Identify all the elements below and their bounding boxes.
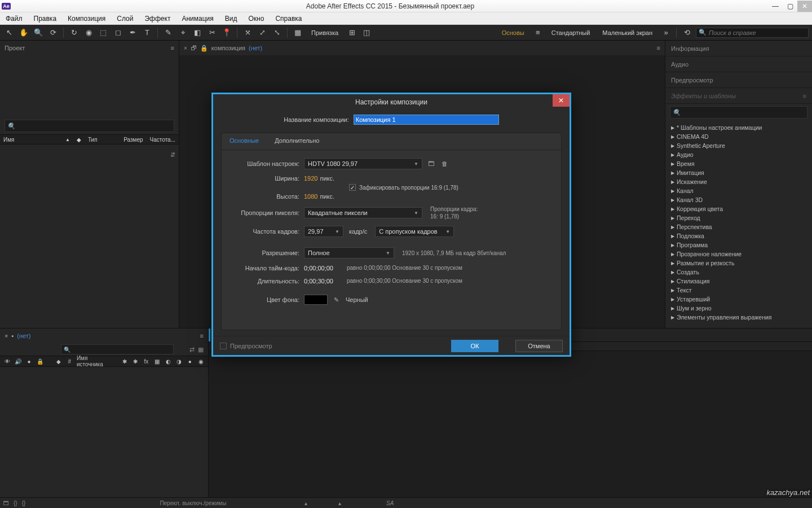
panel-menu-icon[interactable]: ≡ (200, 332, 204, 339)
text-tool-icon[interactable]: T (142, 27, 153, 38)
menu-view[interactable]: Вид (219, 13, 243, 24)
workspace-menu-icon[interactable]: ≡ (532, 27, 544, 38)
preview-panel[interactable]: Предпросмотр (665, 72, 812, 88)
tab-basic[interactable]: Основные (222, 133, 267, 150)
panel-menu-icon[interactable]: ≡ (171, 45, 174, 51)
preset-dropdown[interactable]: HDTV 1080 29,97▼ (304, 158, 422, 169)
dropframe-dropdown[interactable]: С пропуском кадров▼ (375, 226, 454, 237)
time-indicator[interactable] (209, 329, 210, 341)
effects-folder[interactable]: ▶Коррекция цвета (665, 204, 812, 213)
width-value[interactable]: 1920 (304, 175, 317, 182)
clone-tool-icon[interactable]: ⌖ (177, 27, 188, 38)
puppet-tool-icon[interactable]: 📍 (221, 27, 232, 38)
sb-icon[interactable]: {} (14, 500, 17, 506)
sb-chevron-icon[interactable]: ▴ (338, 500, 341, 506)
col-name[interactable]: Имя (0, 137, 62, 143)
help-search[interactable]: 🔍 (696, 28, 809, 38)
eraser-tool-icon[interactable]: ◧ (192, 27, 203, 38)
axis-local-icon[interactable]: ⤧ (242, 27, 253, 38)
help-search-input[interactable] (709, 29, 806, 36)
menu-effect[interactable]: Эффект (139, 13, 176, 24)
effects-folder[interactable]: ▶Размытие и резкость (665, 259, 812, 268)
zoom-tool-icon[interactable]: 🔍 (33, 27, 44, 38)
sb-icon[interactable]: 🗔 (3, 500, 9, 506)
effects-folder[interactable]: ▶Канал 3D (665, 195, 812, 204)
comp-tab-label[interactable]: композиция (211, 45, 245, 51)
effects-folder[interactable]: ▶Переход (665, 213, 812, 222)
orbit-tool-icon[interactable]: ⟳ (47, 27, 59, 38)
menu-composition[interactable]: Композиция (62, 13, 111, 24)
effects-folder[interactable]: ▶Программа (665, 240, 812, 249)
roto-tool-icon[interactable]: ✂ (206, 27, 218, 38)
sync-icon[interactable]: ⟲ (681, 27, 692, 38)
workspace-primary[interactable]: Основы (497, 28, 529, 37)
close-button[interactable]: ✕ (797, 1, 812, 12)
menu-window[interactable]: Окно (242, 13, 270, 24)
effects-folder[interactable]: ▶Synthetic Aperture (665, 141, 812, 150)
switch-icon[interactable]: ▦ (153, 358, 161, 365)
pen-tool-icon[interactable]: ✒ (127, 27, 138, 38)
effects-folder[interactable]: ▶* Шаблоны настроек анимации (665, 123, 812, 132)
switch-icon[interactable]: ◑ (175, 358, 183, 365)
selection-tool-icon[interactable]: ↖ (3, 27, 15, 38)
effects-folder[interactable]: ▶Канал (665, 186, 812, 195)
menu-edit[interactable]: Правка (28, 13, 63, 24)
menu-help[interactable]: Справка (270, 13, 307, 24)
audio-col-icon[interactable]: 🔊 (14, 358, 21, 365)
tab-close-icon[interactable]: × (5, 332, 8, 339)
fx-icon[interactable]: fx (143, 358, 150, 365)
par-dropdown[interactable]: Квадратные пиксели▼ (304, 207, 422, 218)
lock-aspect-checkbox[interactable]: ✓Зафиксировать пропорции 16:9 (1,78) (349, 184, 458, 191)
preview-checkbox[interactable]: Предпросмотр (220, 343, 272, 349)
minimize-button[interactable]: — (768, 1, 783, 12)
delete-preset-icon[interactable]: 🗑 (439, 159, 449, 169)
effects-folder[interactable]: ▶Устаревший (665, 295, 812, 304)
save-preset-icon[interactable]: 🗔 (426, 159, 436, 169)
switch-icon[interactable]: ◉ (197, 358, 205, 365)
label-col-icon[interactable]: ◆ (55, 358, 62, 365)
sb-chevron-icon[interactable]: ▴ (304, 500, 307, 506)
lock-col-icon[interactable]: 🔒 (36, 358, 43, 365)
comp-name-input[interactable] (354, 115, 499, 125)
tc-value[interactable]: 0;00;00;00 (304, 265, 333, 271)
workspace-standard[interactable]: Стандартный (547, 28, 595, 37)
timeline-tracks[interactable] (209, 351, 812, 497)
fps-dropdown[interactable]: 29,97▼ (304, 226, 343, 237)
effects-folder[interactable]: ▶CINEMA 4D (665, 132, 812, 141)
resolution-dropdown[interactable]: Полное▼ (304, 247, 394, 259)
effects-folder[interactable]: ▶Аудио (665, 150, 812, 159)
switch-icon[interactable]: ✱ (131, 358, 139, 365)
effects-panel[interactable]: Эффекты и шаблоны≡ (665, 88, 812, 104)
workspace-small[interactable]: Маленький экран (598, 28, 657, 37)
effects-folder[interactable]: ▶Искажение (665, 177, 812, 186)
effects-folder[interactable]: ▶Подложка (665, 231, 812, 240)
snap-opt2-icon[interactable]: ◫ (361, 27, 372, 38)
dialog-close-button[interactable]: ✕ (553, 94, 570, 107)
lock-icon[interactable]: 🔒 (200, 45, 208, 52)
snap-label[interactable]: Привязка (307, 28, 343, 37)
height-value[interactable]: 1080 (304, 193, 317, 200)
panbehind-tool-icon[interactable]: ⬚ (98, 27, 109, 38)
switch-icon[interactable]: ● (186, 358, 193, 365)
panel-menu-icon[interactable]: ≡ (657, 45, 660, 51)
effects-folder[interactable]: ▶Создать (665, 268, 812, 277)
eyedropper-icon[interactable]: ✎ (331, 295, 341, 305)
bg-color-swatch[interactable] (304, 295, 328, 305)
eye-col-icon[interactable]: 👁 (3, 358, 11, 365)
col-type[interactable]: Тип (85, 137, 120, 143)
tab-advanced[interactable]: Дополнительно (267, 133, 327, 150)
effects-search[interactable]: 🔍 (670, 106, 807, 119)
effects-folder[interactable]: ▶Элементы управления выражения (665, 313, 812, 322)
effects-folder[interactable]: ▶Имитация (665, 168, 812, 177)
axis-view-icon[interactable]: ⤡ (271, 27, 283, 38)
maximize-button[interactable]: ▢ (783, 1, 797, 12)
hand-tool-icon[interactable]: ✋ (18, 27, 29, 38)
panel-menu-icon[interactable]: ≡ (803, 93, 806, 99)
workspace-more-icon[interactable]: » (660, 27, 672, 38)
sb-icon[interactable]: {} (22, 500, 26, 506)
col-size[interactable]: Размер (120, 137, 146, 143)
tab-close-icon[interactable]: × (184, 45, 187, 51)
rotate-tool-icon[interactable]: ↻ (68, 27, 80, 38)
timeline-opt-icon[interactable]: ⇄ (189, 346, 195, 353)
project-search[interactable]: 🔍 (5, 120, 174, 132)
